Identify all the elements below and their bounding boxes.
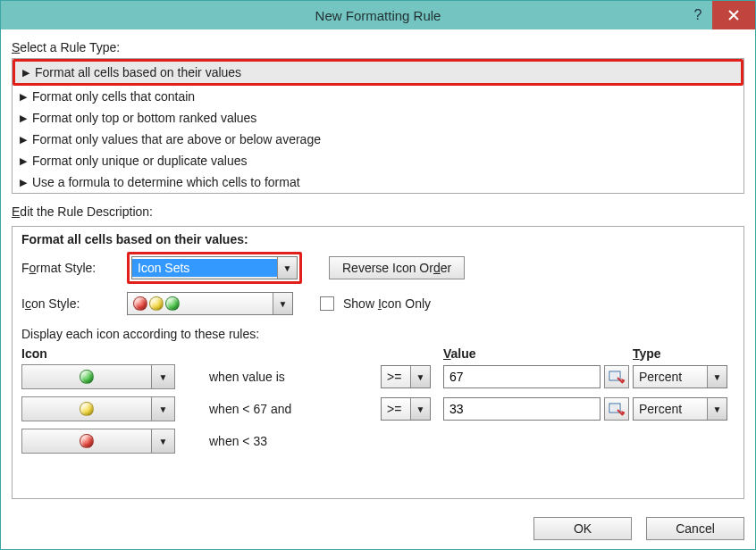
value-input[interactable]	[443, 397, 601, 421]
edit-rule-description-label: Edit the Rule Description:	[12, 204, 744, 219]
annotation-highlight: ▶ Format all cells based on their values	[13, 59, 743, 86]
arrow-right-icon: ▶	[22, 67, 29, 79]
cancel-button[interactable]: Cancel	[646, 517, 744, 540]
dialog-new-formatting-rule: New Formatting Rule ? Select a Rule Type…	[0, 0, 756, 550]
rules-header: Icon Value Type	[21, 346, 735, 361]
circle-red-icon	[133, 296, 147, 311]
type-value: Percent	[634, 368, 707, 386]
rule-type-item[interactable]: ▶Format only values that are above or be…	[13, 129, 743, 150]
ok-button[interactable]: OK	[533, 517, 632, 540]
when-text: when < 67 and	[209, 402, 381, 416]
icon-dropdown[interactable]: ▼	[21, 396, 175, 421]
arrow-right-icon: ▶	[20, 177, 27, 188]
when-text: when < 33	[209, 434, 381, 448]
range-picker-icon	[609, 369, 625, 385]
rule-type-text: Format only unique or duplicate values	[32, 154, 247, 168]
icon-rule-row: ▼ when < 33	[21, 425, 735, 457]
icon-rule-row: ▼ when value is >= ▼	[21, 361, 735, 393]
range-picker-icon	[609, 401, 625, 417]
range-picker-button[interactable]	[604, 397, 629, 421]
rule-type-item[interactable]: ▶Format only cells that contain	[13, 86, 743, 107]
format-style-value: Icon Sets	[132, 259, 277, 277]
circle-yellow-icon	[149, 296, 164, 311]
rule-type-list[interactable]: ▶ Format all cells based on their values…	[12, 58, 744, 194]
operator-dropdown[interactable]: >= ▼	[381, 397, 431, 421]
rule-type-item[interactable]: ▶Use a formula to determine which cells …	[13, 171, 743, 193]
rule-type-item[interactable]: ▶Format only unique or duplicate values	[13, 150, 743, 171]
show-icon-only-label: Show Icon Only	[343, 296, 431, 311]
type-dropdown[interactable]: Percent ▼	[633, 397, 727, 421]
format-style-dropdown[interactable]: Icon Sets ▼	[131, 256, 298, 279]
rule-type-text: Format only cells that contain	[32, 89, 195, 104]
chevron-down-icon: ▼	[410, 398, 430, 420]
display-rules-label: Display each icon according to these rul…	[21, 327, 735, 341]
chevron-down-icon: ▼	[707, 398, 727, 420]
rule-description-panel: Format all cells based on their values: …	[12, 226, 744, 499]
icon-style-label: Icon Style:	[21, 296, 118, 311]
chevron-down-icon: ▼	[410, 366, 430, 388]
chevron-down-icon: ▼	[277, 257, 297, 279]
chevron-down-icon: ▼	[151, 365, 174, 388]
operator-value: >=	[382, 400, 410, 418]
rule-type-text: Format only values that are above or bel…	[32, 132, 321, 146]
select-rule-type-label: Select a Rule Type:	[12, 40, 744, 54]
dialog-body: Select a Rule Type: ▶ Format all cells b…	[1, 29, 755, 510]
annotation-highlight: Icon Sets ▼	[127, 252, 302, 284]
icon-dropdown[interactable]: ▼	[21, 429, 175, 454]
rule-type-text: Format all cells based on their values	[35, 65, 241, 79]
window-title: New Formatting Rule	[315, 8, 441, 23]
show-icon-only-checkbox[interactable]	[320, 296, 334, 311]
value-input[interactable]	[443, 365, 601, 388]
circle-yellow-icon	[80, 402, 94, 416]
help-icon: ?	[694, 7, 702, 23]
close-icon	[728, 10, 739, 21]
when-text: when value is	[209, 370, 381, 384]
circle-green-icon	[165, 296, 180, 311]
chevron-down-icon: ▼	[151, 397, 174, 421]
range-picker-button[interactable]	[604, 365, 629, 388]
icon-style-preview	[128, 296, 180, 311]
circle-red-icon	[80, 434, 94, 448]
operator-value: >=	[382, 368, 410, 386]
icon-style-dropdown[interactable]: ▼	[127, 292, 293, 315]
arrow-right-icon: ▶	[20, 112, 27, 124]
arrow-right-icon: ▶	[20, 134, 27, 146]
operator-dropdown[interactable]: >= ▼	[381, 365, 431, 388]
dialog-footer: OK Cancel	[1, 510, 755, 549]
chevron-down-icon: ▼	[151, 429, 174, 453]
chevron-down-icon: ▼	[707, 366, 727, 388]
close-button[interactable]	[712, 1, 755, 29]
rule-type-item[interactable]: ▶ Format all cells based on their values	[15, 62, 741, 83]
col-icon-header: Icon	[21, 346, 209, 361]
rule-type-text: Format only top or bottom ranked values	[32, 111, 256, 125]
rule-type-text: Use a formula to determine which cells t…	[32, 175, 300, 189]
arrow-right-icon: ▶	[20, 91, 27, 103]
reverse-icon-order-button[interactable]: Reverse Icon Order	[329, 256, 465, 279]
arrow-right-icon: ▶	[20, 155, 27, 167]
chevron-down-icon: ▼	[273, 293, 292, 314]
help-button[interactable]: ?	[684, 1, 712, 29]
type-dropdown[interactable]: Percent ▼	[633, 365, 727, 388]
rule-description-heading: Format all cells based on their values:	[21, 232, 735, 246]
format-style-label: Format Style:	[21, 261, 118, 275]
circle-green-icon	[80, 370, 94, 384]
type-value: Percent	[634, 400, 707, 418]
icon-dropdown[interactable]: ▼	[21, 364, 175, 389]
icon-rule-row: ▼ when < 67 and >= ▼	[21, 393, 735, 425]
titlebar: New Formatting Rule ?	[1, 1, 755, 29]
rule-type-item[interactable]: ▶Format only top or bottom ranked values	[13, 107, 743, 129]
